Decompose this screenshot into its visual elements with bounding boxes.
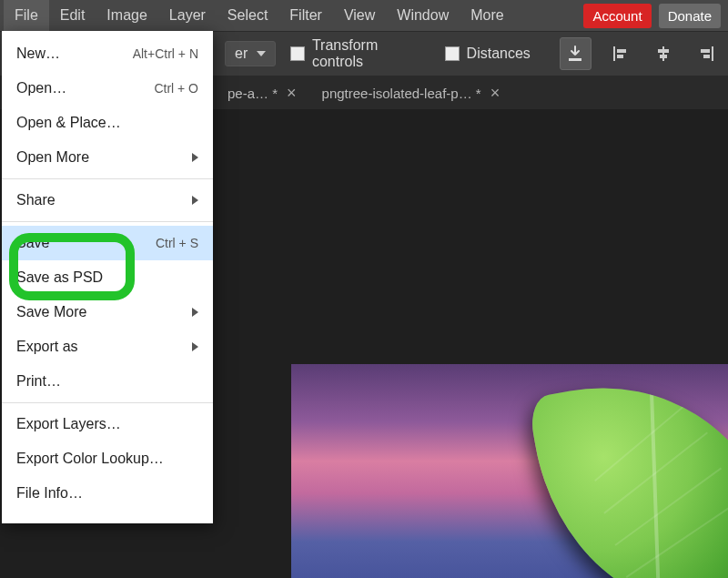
close-icon[interactable]: ×: [287, 85, 297, 101]
align-right-icon: [697, 45, 715, 63]
file-menu-save-psd[interactable]: Save as PSD: [2, 260, 213, 295]
checkbox-label: Distances: [467, 46, 531, 62]
dropdown-label: er: [235, 46, 248, 62]
canvas-image-leaf: [527, 360, 728, 578]
menu-item-label: Export as: [16, 339, 78, 355]
chevron-right-icon: [192, 153, 198, 162]
menu-item-label: Save as PSD: [16, 269, 103, 286]
svg-rect-8: [701, 49, 710, 53]
chevron-right-icon: [192, 196, 198, 205]
svg-rect-6: [660, 55, 667, 58]
menu-image[interactable]: Image: [96, 0, 157, 31]
menu-edit[interactable]: Edit: [49, 0, 96, 31]
svg-rect-9: [703, 55, 710, 58]
menu-filter[interactable]: Filter: [278, 0, 333, 31]
file-menu-new[interactable]: New… Alt+Ctrl + N: [2, 36, 213, 71]
svg-rect-4: [662, 46, 664, 61]
align-center-icon: [654, 45, 672, 63]
layer-select-dropdown[interactable]: er: [225, 41, 276, 66]
menu-file[interactable]: File: [4, 0, 49, 31]
file-menu-save[interactable]: Save Ctrl + S: [2, 226, 213, 260]
align-right-button[interactable]: [693, 39, 721, 68]
file-menu-export-color-lookup[interactable]: Export Color Lookup…: [2, 441, 213, 476]
menu-item-shortcut: Ctrl + S: [156, 236, 198, 250]
file-menu-open-place[interactable]: Open & Place…: [2, 106, 213, 140]
chevron-right-icon: [192, 308, 198, 317]
menu-item-label: Open…: [16, 80, 66, 96]
menu-item-shortcut: Alt+Ctrl + N: [133, 46, 198, 61]
menu-window[interactable]: Window: [386, 0, 460, 31]
file-menu-open[interactable]: Open… Ctrl + O: [2, 71, 213, 106]
menu-view[interactable]: View: [333, 0, 386, 31]
chevron-down-icon: [257, 51, 266, 56]
tab-document-1[interactable]: pe-a… * ×: [215, 76, 309, 109]
tab-label: pngtree-isolated-leaf-p… *: [322, 86, 481, 101]
close-icon[interactable]: ×: [490, 85, 500, 101]
donate-button[interactable]: Donate: [659, 4, 721, 28]
file-menu-open-more[interactable]: Open More: [2, 140, 213, 175]
menu-item-label: New…: [16, 46, 60, 62]
menu-item-label: Open More: [16, 149, 89, 166]
file-menu-export-layers[interactable]: Export Layers…: [2, 407, 213, 441]
menu-item-label: Save: [16, 235, 49, 251]
menu-layer[interactable]: Layer: [158, 0, 217, 31]
menu-item-label: Export Color Lookup…: [16, 451, 164, 467]
align-left-button[interactable]: [606, 39, 634, 68]
download-icon: [566, 45, 584, 63]
account-button[interactable]: Account: [583, 4, 651, 28]
menu-item-shortcut: Ctrl + O: [154, 81, 198, 96]
file-menu-file-info[interactable]: File Info…: [2, 476, 213, 511]
download-button[interactable]: [560, 37, 592, 70]
align-center-button[interactable]: [649, 39, 677, 68]
chevron-right-icon: [192, 342, 198, 351]
menu-item-label: File Info…: [16, 485, 83, 502]
menu-select[interactable]: Select: [217, 0, 278, 31]
svg-rect-2: [617, 49, 626, 53]
file-menu-print[interactable]: Print…: [2, 364, 213, 399]
menu-separator: [2, 221, 213, 222]
checkbox-icon: [290, 46, 305, 61]
svg-rect-0: [569, 58, 581, 61]
file-menu-save-more[interactable]: Save More: [2, 295, 213, 330]
menu-item-label: Share: [16, 192, 56, 208]
menu-item-label: Print…: [16, 373, 61, 390]
svg-rect-7: [712, 46, 713, 61]
tab-label: pe-a… *: [228, 86, 278, 101]
menu-item-label: Open & Place…: [16, 115, 121, 131]
file-menu-dropdown: New… Alt+Ctrl + N Open… Ctrl + O Open & …: [2, 31, 213, 523]
checkbox-label: Transform controls: [312, 37, 430, 70]
menu-separator: [2, 402, 213, 403]
menu-more[interactable]: More: [460, 0, 514, 31]
tab-document-2[interactable]: pngtree-isolated-leaf-p… * ×: [309, 76, 513, 109]
menu-separator: [2, 178, 213, 179]
svg-rect-1: [613, 46, 615, 61]
svg-rect-5: [658, 49, 669, 53]
menubar: File Edit Image Layer Select Filter View…: [0, 0, 728, 31]
file-menu-share[interactable]: Share: [2, 183, 213, 218]
menu-item-label: Export Layers…: [16, 416, 121, 432]
transform-controls-checkbox[interactable]: Transform controls: [290, 37, 430, 70]
svg-rect-3: [617, 55, 623, 58]
menu-item-label: Save More: [16, 304, 86, 320]
distances-checkbox[interactable]: Distances: [445, 46, 531, 62]
checkbox-icon: [445, 46, 460, 61]
file-menu-export-as[interactable]: Export as: [2, 330, 213, 364]
align-left-icon: [612, 45, 630, 63]
